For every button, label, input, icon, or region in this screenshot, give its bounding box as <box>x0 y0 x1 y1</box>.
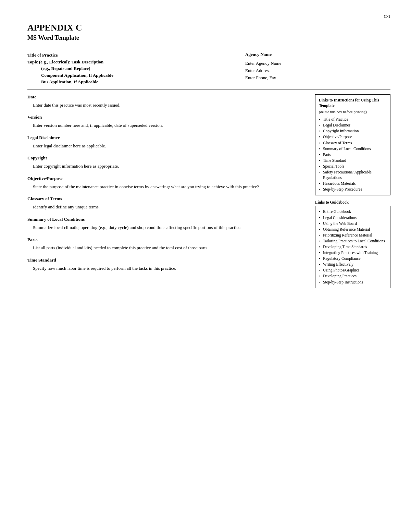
section-heading-summary: Summary of Local Conditions <box>27 217 308 222</box>
section-body-glossary: Identify and define any unique terms. <box>27 204 308 210</box>
guidebook-list: Entire GuidebookLegal ConsiderationsUsin… <box>319 209 387 285</box>
section-legal-disclaimer: Legal Disclaimer Enter legal disclaimer … <box>27 135 308 149</box>
instructions-item[interactable]: Objective/Purpose <box>319 134 387 140</box>
instructions-item[interactable]: Hazardous Materials <box>319 181 387 186</box>
instructions-item[interactable]: Time Standard <box>319 158 387 163</box>
guidebook-item[interactable]: Using the Web Board <box>319 221 387 226</box>
guidebook-item[interactable]: Regulatory Compliance <box>319 256 387 261</box>
instructions-item[interactable]: Copyright Information <box>319 128 387 134</box>
guidebook-item[interactable]: Tailoring Practices to Local Conditions <box>319 238 387 244</box>
instructions-item[interactable]: Special Tools <box>319 164 387 169</box>
appendix-subtitle: MS Word Template <box>27 34 390 41</box>
guidebook-item[interactable]: Developing Time Standards <box>319 244 387 250</box>
main-content: Date Enter date this practice was most r… <box>27 89 390 293</box>
instructions-item[interactable]: Glossary of Terms <box>319 140 387 146</box>
guidebook-section: Links to Guidebook Entire GuidebookLegal… <box>315 200 390 288</box>
agency-line1: Enter Agency Name <box>245 60 390 67</box>
guidebook-item[interactable]: Entire Guidebook <box>319 209 387 214</box>
instructions-box: Links to Instructions for Using This Tem… <box>315 94 390 196</box>
section-body-copyright: Enter copyright information here as appr… <box>27 163 308 170</box>
instructions-item[interactable]: Summary of Local Conditions <box>319 146 387 152</box>
section-body-summary: Summarize local climatic, operating (e.g… <box>27 224 308 231</box>
section-heading-legal-disclaimer: Legal Disclaimer <box>27 135 308 141</box>
section-date: Date Enter date this practice was most r… <box>27 94 308 109</box>
header-left-line3: (e.g., Repair and Replace) <box>27 65 227 72</box>
section-glossary: Glossary of Terms Identify and define an… <box>27 196 308 210</box>
header-left-line1: Title of Practice <box>27 52 227 59</box>
right-column: Links to Instructions for Using This Tem… <box>315 89 390 293</box>
guidebook-item[interactable]: Writing Effectively <box>319 262 387 267</box>
section-body-version: Enter version number here and, if applic… <box>27 122 308 129</box>
section-time-standard: Time Standard Specify how much labor tim… <box>27 257 308 272</box>
header-left-line2: Topic (e.g., Electrical): Task Descripti… <box>27 59 227 65</box>
section-body-objective: State the purpose of the maintenance pra… <box>27 183 308 190</box>
header-left-line5: Bus Application, If Applicable <box>27 78 227 85</box>
left-column: Date Enter date this practice was most r… <box>27 89 308 293</box>
guidebook-item[interactable]: Developing Practices <box>319 273 387 279</box>
section-copyright: Copyright Enter copyright information he… <box>27 155 308 170</box>
section-version: Version Enter version number here and, i… <box>27 114 308 129</box>
section-body-date: Enter date this practice was most recent… <box>27 102 308 109</box>
instructions-item[interactable]: Step-by-Step Procedures <box>319 186 387 192</box>
guidebook-item[interactable]: Using Photos/Graphics <box>319 267 387 273</box>
section-body-legal-disclaimer: Enter legal disclaimer here as applicabl… <box>27 143 308 149</box>
section-heading-objective: Objective/Purpose <box>27 176 308 181</box>
section-heading-copyright: Copyright <box>27 155 308 161</box>
instructions-box-title: Links to Instructions for Using This Tem… <box>319 97 387 108</box>
agency-line3: Enter Phone, Fax <box>245 74 390 82</box>
guidebook-box: Entire GuidebookLegal ConsiderationsUsin… <box>315 206 390 288</box>
section-parts: Parts List all parts (individual and kit… <box>27 237 308 251</box>
instructions-item[interactable]: Parts <box>319 152 387 157</box>
guidebook-item[interactable]: Step-by-Step Instructions <box>319 279 387 285</box>
header-right: Agency Name Enter Agency Name Enter Addr… <box>245 52 390 85</box>
section-heading-version: Version <box>27 114 308 120</box>
guidebook-item[interactable]: Prioritizing Reference Material <box>319 232 387 238</box>
guidebook-title: Links to Guidebook <box>315 200 390 204</box>
section-heading-date: Date <box>27 94 308 100</box>
header-left-line4: Component Application, If Applicable <box>27 72 227 79</box>
section-body-time-standard: Specify how much labor time is required … <box>27 265 308 272</box>
guidebook-item[interactable]: Integrating Practices with Training <box>319 250 387 255</box>
instructions-item[interactable]: Title of Practice <box>319 117 387 122</box>
agency-label: Agency Name <box>245 52 390 57</box>
header-left: Title of Practice Topic (e.g., Electrica… <box>27 52 227 85</box>
section-objective: Objective/Purpose State the purpose of t… <box>27 176 308 190</box>
guidebook-item[interactable]: Obtaining Reference Material <box>319 227 387 232</box>
appendix-title: APPENDIX C <box>27 23 390 33</box>
instructions-item[interactable]: Legal Disclaimer <box>319 122 387 128</box>
instructions-item[interactable]: Safety Precautions/ Applicable Regulatio… <box>319 169 387 180</box>
instructions-list: Title of PracticeLegal DisclaimerCopyrig… <box>319 117 387 192</box>
section-heading-parts: Parts <box>27 237 308 242</box>
section-heading-time-standard: Time Standard <box>27 257 308 263</box>
page-number: C-1 <box>27 14 390 19</box>
section-summary: Summary of Local Conditions Summarize lo… <box>27 217 308 231</box>
section-heading-glossary: Glossary of Terms <box>27 196 308 202</box>
agency-line2: Enter Address <box>245 67 390 74</box>
section-body-parts: List all parts (individual and kits) nee… <box>27 244 308 251</box>
header-section: Title of Practice Topic (e.g., Electrica… <box>27 52 390 85</box>
guidebook-item[interactable]: Legal Considerations <box>319 215 387 220</box>
instructions-box-subtitle: (delete this box before printing) <box>319 109 387 115</box>
